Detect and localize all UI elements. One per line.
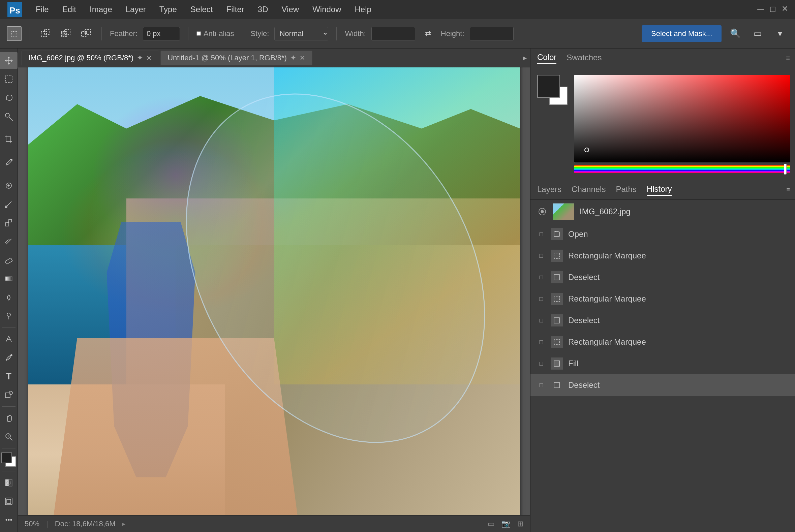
tab-channels[interactable]: Channels — [571, 185, 606, 195]
right-panel: Color Swatches ≡ — [530, 49, 795, 532]
foreground-background-color[interactable] — [0, 451, 18, 468]
screen-mode-tool[interactable] — [0, 493, 18, 510]
gradient-tool[interactable] — [0, 270, 18, 287]
history-state-icon-3: □ — [537, 273, 545, 281]
history-item-open[interactable]: □ Open — [530, 223, 795, 245]
clone-tool[interactable] — [0, 214, 18, 231]
tab-img6062[interactable]: IMG_6062.jpg @ 50% (RGB/8*) ✦ ✕ — [21, 51, 159, 65]
history-state-icon-7: □ — [537, 360, 545, 367]
toolbar-separator-2 — [101, 27, 102, 40]
menu-filter[interactable]: Filter — [221, 2, 250, 17]
marquee-tool[interactable] — [0, 71, 18, 88]
search-button[interactable]: 🔍 — [727, 25, 744, 42]
camera-button[interactable]: 📷 — [501, 519, 511, 528]
minimize-button[interactable]: ─ — [757, 4, 764, 15]
canvas-wrapper[interactable] — [18, 68, 530, 515]
history-label-fill: Fill — [568, 359, 579, 368]
add-selection-btn[interactable] — [38, 26, 53, 41]
lasso-tool[interactable] — [0, 89, 18, 107]
feather-input[interactable] — [143, 27, 180, 40]
tab-untitled1[interactable]: Untitled-1 @ 50% (Layer 1, RGB/8*) ✦ ✕ — [160, 51, 313, 65]
dodge-tool[interactable] — [0, 307, 18, 324]
tabs-overflow-arrow[interactable]: ▸ — [523, 54, 527, 62]
blur-tool[interactable] — [0, 289, 18, 306]
svg-point-11 — [5, 113, 10, 117]
shape-tool[interactable] — [0, 386, 18, 404]
color-panel-menu[interactable]: ≡ — [786, 54, 790, 62]
history-item-deselect-1[interactable]: □ Deselect — [530, 266, 795, 288]
eyedropper-tool[interactable] — [0, 154, 18, 171]
magic-wand-tool[interactable] — [0, 108, 18, 125]
color-hue-slider[interactable] — [574, 165, 790, 173]
canvas-image[interactable] — [28, 68, 520, 515]
move-tool[interactable] — [0, 52, 18, 69]
close-button[interactable]: ✕ — [781, 4, 788, 15]
menu-layer[interactable]: Layer — [120, 2, 152, 17]
history-item-rect-marquee-3[interactable]: □ Rectangular Marquee — [530, 331, 795, 353]
history-label-desel2: Deselect — [568, 316, 600, 325]
timeline-button[interactable]: ▭ — [488, 519, 495, 528]
menu-3d[interactable]: 3D — [252, 2, 274, 17]
color-picker[interactable] — [574, 75, 790, 173]
svg-rect-45 — [554, 339, 560, 345]
tab-color[interactable]: Color — [537, 53, 556, 64]
tab-paths[interactable]: Paths — [616, 185, 636, 195]
anti-alias-checkbox[interactable]: Anti-alias — [196, 29, 234, 38]
history-brush-tool[interactable] — [0, 233, 18, 250]
workspace-button[interactable]: ▭ — [749, 25, 766, 42]
history-item-deselect-3[interactable]: □ Deselect — [530, 374, 795, 396]
fg-bg-swatch[interactable] — [537, 75, 568, 105]
doc-info-arrow[interactable]: ▸ — [122, 520, 125, 528]
menu-help[interactable]: Help — [349, 2, 377, 17]
intersect-selection-btn[interactable] — [78, 26, 93, 41]
hand-tool[interactable] — [0, 410, 18, 426]
history-item-fill[interactable]: □ Fill — [530, 353, 795, 374]
tab-swatches[interactable]: Swatches — [567, 53, 602, 64]
history-item-deselect-2[interactable]: □ Deselect — [530, 310, 795, 331]
grid-button[interactable]: ⊞ — [517, 519, 523, 528]
height-input[interactable] — [470, 27, 514, 40]
fg-color-swatch[interactable] — [537, 75, 560, 98]
path-select-tool[interactable] — [0, 330, 18, 348]
history-action-icon-5 — [551, 315, 563, 326]
menu-select[interactable]: Select — [184, 2, 219, 17]
tab-layers[interactable]: Layers — [537, 185, 562, 195]
extras-tool[interactable] — [0, 511, 18, 529]
pen-tool[interactable] — [0, 349, 18, 366]
crop-tool[interactable] — [0, 131, 18, 148]
history-thumbnail — [553, 203, 574, 220]
menu-file[interactable]: File — [30, 2, 55, 17]
restore-button[interactable]: ◻ — [770, 4, 776, 15]
menu-type[interactable]: Type — [153, 2, 183, 17]
text-tool[interactable]: T — [0, 367, 18, 385]
zoom-tool[interactable] — [0, 428, 18, 445]
heal-tool[interactable] — [0, 177, 18, 194]
svg-point-35 — [6, 519, 7, 521]
tab2-close[interactable]: ✕ — [300, 54, 305, 62]
eraser-tool[interactable] — [0, 251, 18, 268]
select-mask-button[interactable]: Select and Mask... — [642, 25, 721, 42]
subtract-selection-btn[interactable] — [58, 26, 73, 41]
quick-mask-tool[interactable] — [0, 474, 18, 491]
color-spectrum[interactable] — [574, 75, 790, 163]
tab-history[interactable]: History — [647, 184, 672, 196]
history-action-icon-8 — [551, 379, 563, 391]
menu-view[interactable]: View — [276, 2, 305, 17]
menu-window[interactable]: Window — [306, 2, 347, 17]
swap-dimensions-btn[interactable]: ⇄ — [421, 26, 435, 41]
rect-marquee-tool[interactable]: ⬚ — [7, 26, 22, 41]
layers-panel-menu[interactable]: ≡ — [786, 186, 790, 193]
svg-rect-33 — [5, 498, 12, 505]
svg-point-23 — [11, 355, 12, 356]
menu-image[interactable]: Image — [83, 2, 118, 17]
history-item-rect-marquee-1[interactable]: □ Rectangular Marquee — [530, 245, 795, 266]
foreground-color-box[interactable] — [1, 453, 12, 463]
width-input[interactable] — [372, 27, 415, 40]
menu-edit[interactable]: Edit — [56, 2, 82, 17]
history-action-icon-7 — [551, 358, 563, 369]
workspace-menu-btn[interactable]: ▾ — [771, 25, 788, 42]
tab1-close[interactable]: ✕ — [146, 54, 152, 62]
brush-tool[interactable] — [0, 195, 18, 213]
history-item-rect-marquee-2[interactable]: □ Rectangular Marquee — [530, 288, 795, 310]
style-select[interactable]: Normal Fixed Ratio Fixed Size — [274, 27, 328, 40]
